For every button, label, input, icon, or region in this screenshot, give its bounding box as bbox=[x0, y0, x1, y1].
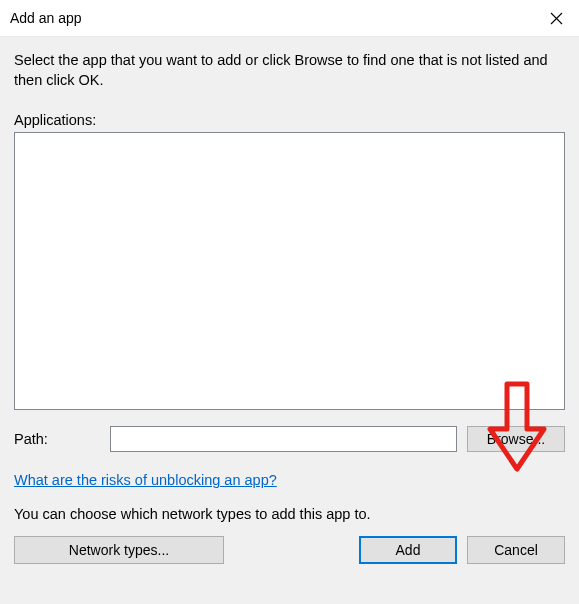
browse-button[interactable]: Browse... bbox=[467, 426, 565, 452]
path-label: Path: bbox=[14, 431, 100, 447]
close-button[interactable] bbox=[533, 0, 579, 36]
cancel-button[interactable]: Cancel bbox=[467, 536, 565, 564]
dialog-content: Select the app that you want to add or c… bbox=[0, 36, 579, 604]
button-row: Network types... Add Cancel bbox=[14, 536, 565, 564]
path-input[interactable] bbox=[110, 426, 457, 452]
network-types-button[interactable]: Network types... bbox=[14, 536, 224, 564]
add-button[interactable]: Add bbox=[359, 536, 457, 564]
applications-label: Applications: bbox=[14, 112, 565, 128]
network-types-text: You can choose which network types to ad… bbox=[14, 506, 565, 522]
instruction-text: Select the app that you want to add or c… bbox=[14, 51, 565, 90]
close-icon bbox=[550, 12, 563, 25]
applications-listbox[interactable] bbox=[14, 132, 565, 410]
risks-link[interactable]: What are the risks of unblocking an app? bbox=[14, 472, 277, 488]
path-row: Path: Browse... bbox=[14, 426, 565, 452]
window-title: Add an app bbox=[10, 10, 82, 26]
titlebar: Add an app bbox=[0, 0, 579, 36]
